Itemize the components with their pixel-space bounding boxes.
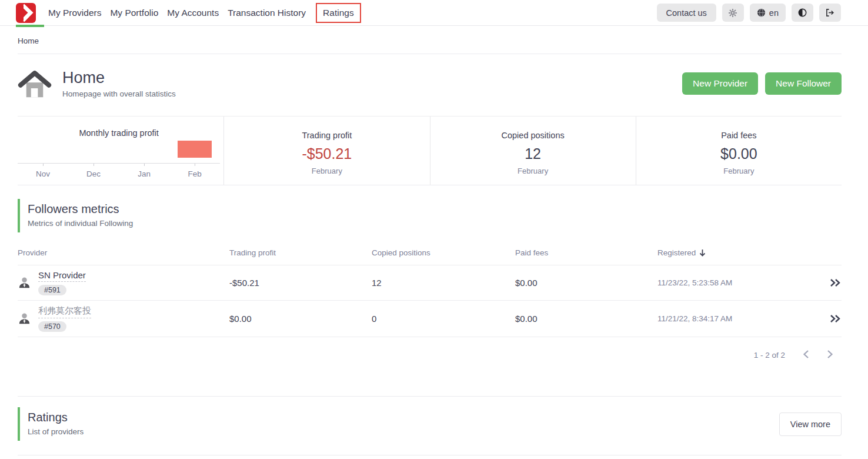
section-subtitle: List of providers [28, 427, 84, 436]
main-nav: My Providers My Portfolio My Accounts Tr… [48, 3, 361, 23]
cell-actions [809, 278, 842, 287]
language-label: en [769, 8, 779, 18]
column-header-registered-label: Registered [657, 248, 696, 257]
new-follower-button[interactable]: New Follower [765, 72, 842, 95]
breadcrumb[interactable]: Home [18, 36, 39, 45]
cell-paid-fees: $0.00 [515, 314, 657, 324]
provider-id-badge: #591 [38, 285, 66, 295]
monthly-trading-profit-chart: Monthly trading profit NovDecJanFeb [18, 117, 223, 185]
provider-info: SN Provider #591 [38, 270, 86, 295]
app-logo-icon[interactable] [16, 3, 36, 23]
theme-toggle-button[interactable] [792, 4, 813, 22]
chart-bar-slot [169, 141, 220, 163]
column-header-registered[interactable]: Registered [657, 241, 809, 265]
nav-item-ratings[interactable]: Ratings [323, 8, 354, 18]
stat-card-paid-fees: Paid fees $0.00 February [636, 117, 842, 185]
provider-cell: SN Provider #591 [18, 265, 229, 300]
stat-card-copied-positions: Copied positions 12 February [430, 117, 636, 185]
stat-value: $0.00 [642, 145, 836, 162]
contact-us-button[interactable]: Contact us [657, 4, 716, 22]
contrast-icon [798, 8, 807, 17]
followers-table: Provider Trading profit Copied positions… [18, 241, 842, 370]
chart-x-labels: NovDecJanFeb [18, 169, 220, 178]
breadcrumb-bar: Home [18, 26, 842, 54]
provider-name-link[interactable]: SN Provider [38, 270, 86, 282]
next-page-button[interactable] [826, 348, 834, 362]
cell-registered: 11/23/22, 5:23:58 AM [657, 278, 809, 287]
chart-tick-slot [68, 164, 119, 166]
nav-item-transaction-history[interactable]: Transaction History [228, 8, 306, 18]
ratings-header: Ratings List of providers [18, 407, 84, 441]
gear-icon [728, 8, 737, 18]
cell-copied-positions: 0 [372, 314, 515, 324]
cell-paid-fees: $0.00 [515, 278, 657, 288]
table-header-row: Provider Trading profit Copied positions… [18, 241, 842, 265]
open-details-icon[interactable] [829, 278, 842, 287]
stats-row: Monthly trading profit NovDecJanFeb Trad… [18, 116, 842, 185]
cell-actions [809, 314, 842, 323]
stat-value: 12 [436, 145, 630, 162]
nav-item-my-portfolio[interactable]: My Portfolio [110, 8, 158, 18]
sort-descending-icon [699, 249, 706, 257]
chart-bar-slot [119, 141, 169, 163]
open-details-icon[interactable] [829, 314, 842, 323]
stat-value: -$50.21 [230, 145, 423, 162]
nav-item-my-accounts[interactable]: My Accounts [167, 8, 219, 18]
provider-name-link[interactable]: 利弗莫尔客投 [38, 305, 91, 318]
nav-actions: Contact us en [657, 4, 841, 22]
language-button[interactable]: en [750, 4, 786, 22]
chart-bar-slot [18, 141, 68, 163]
ratings-block: Ratings List of providers View more [18, 396, 842, 455]
chevron-left-icon [803, 350, 809, 359]
section-title: Followers metrics [28, 202, 842, 216]
ratings-highlight-box: Ratings [316, 3, 361, 23]
logout-button[interactable] [819, 4, 841, 22]
chart-tick [144, 164, 145, 166]
followers-metrics-header: Followers metrics Metrics of individual … [18, 199, 842, 232]
chart-axis-label: Dec [68, 169, 119, 178]
cell-registered: 11/21/22, 8:34:17 AM [657, 314, 809, 323]
cell-trading-profit: -$50.21 [229, 278, 372, 288]
page-header: Home Homepage with overall statistics Ne… [18, 54, 842, 116]
section-subtitle: Metrics of individual Following [28, 219, 842, 228]
chart-axis-label: Jan [119, 169, 169, 178]
ratings-section: Ratings List of providers View more [18, 397, 842, 454]
provider-id-badge: #570 [38, 321, 66, 332]
column-header-paid-fees[interactable]: Paid fees [515, 241, 657, 265]
chart-bar [178, 141, 212, 158]
stat-label: Copied positions [436, 131, 630, 140]
logout-icon [825, 8, 835, 17]
page-subtitle: Homepage with overall statistics [62, 89, 176, 98]
previous-page-button[interactable] [802, 348, 810, 362]
chart-tick [43, 164, 44, 166]
chart-title: Monthly trading profit [18, 128, 220, 138]
column-header-trading-profit[interactable]: Trading profit [229, 241, 372, 265]
globe-icon [757, 8, 766, 17]
section-title: Ratings [28, 411, 84, 424]
header-actions: New Provider New Follower [682, 72, 842, 95]
chart-tick [94, 164, 94, 166]
provider-cell: 利弗莫尔客投 #570 [18, 301, 229, 337]
column-header-provider[interactable]: Provider [18, 241, 229, 265]
pagination-range-label: 1 - 2 of 2 [754, 351, 785, 360]
view-more-button[interactable]: View more [779, 413, 842, 436]
chart-plot-area [18, 141, 220, 163]
column-header-actions [809, 245, 842, 261]
stat-label: Paid fees [642, 131, 836, 140]
stat-period: February [642, 167, 836, 175]
home-icon [18, 69, 52, 98]
stat-period: February [436, 167, 630, 175]
nav-item-my-providers[interactable]: My Providers [48, 8, 101, 18]
stat-period: February [230, 167, 423, 175]
chart-axis-label: Nov [18, 169, 68, 178]
column-header-copied-positions[interactable]: Copied positions [372, 241, 515, 265]
page-title-block: Home Homepage with overall statistics [62, 69, 176, 98]
table-row: SN Provider #591 -$50.21 12 $0.00 11/23/… [18, 265, 842, 301]
settings-button[interactable] [722, 4, 744, 22]
avatar-icon [18, 276, 31, 290]
chart-axis-label: Feb [169, 169, 220, 178]
new-provider-button[interactable]: New Provider [682, 72, 758, 95]
cell-trading-profit: $0.00 [229, 314, 372, 324]
avatar-icon [18, 312, 31, 325]
chart-tick [195, 164, 195, 166]
